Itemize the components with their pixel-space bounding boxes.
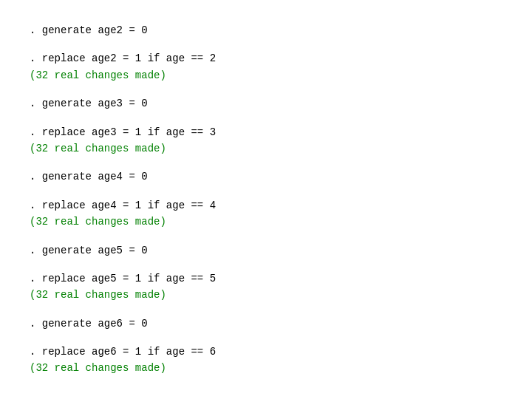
code-group: . replace age3 = 1 if age == 3(32 real c… — [30, 124, 502, 157]
code-group: . replace age6 = 1 if age == 6(32 real c… — [30, 344, 502, 377]
result-line: (32 real changes made) — [30, 214, 502, 230]
command-line: . generate age3 = 0 — [30, 95, 502, 112]
result-line: (32 real changes made) — [30, 287, 502, 303]
result-line: (32 real changes made) — [30, 67, 502, 83]
command-line: . generate age4 = 0 — [30, 168, 502, 185]
code-group: . generate age2 = 0 — [30, 22, 502, 38]
code-group: . generate age5 = 0 — [30, 242, 502, 259]
command-line: . replace age2 = 1 if age == 2 — [30, 50, 502, 66]
code-group: . replace age2 = 1 if age == 2(32 real c… — [30, 50, 502, 83]
code-group: . replace age4 = 1 if age == 4(32 real c… — [30, 197, 502, 231]
command-line: . generate age5 = 0 — [30, 242, 502, 259]
result-line: (32 real changes made) — [30, 140, 502, 157]
result-line: (32 real changes made) — [30, 360, 502, 376]
code-group: . generate age4 = 0 — [30, 168, 502, 185]
command-line: . generate age6 = 0 — [30, 316, 502, 332]
code-group: . generate age6 = 0 — [30, 316, 502, 332]
command-line: . replace age5 = 1 if age == 5 — [30, 270, 502, 287]
command-line: . replace age6 = 1 if age == 6 — [30, 344, 502, 360]
code-group: . generate age3 = 0 — [30, 95, 502, 112]
code-group: . replace age5 = 1 if age == 5(32 real c… — [30, 270, 502, 304]
command-line: . generate age2 = 0 — [30, 22, 502, 38]
command-line: . replace age3 = 1 if age == 3 — [30, 124, 502, 140]
code-output: . generate age2 = 0. replace age2 = 1 if… — [30, 22, 502, 377]
command-line: . replace age4 = 1 if age == 4 — [30, 197, 502, 214]
